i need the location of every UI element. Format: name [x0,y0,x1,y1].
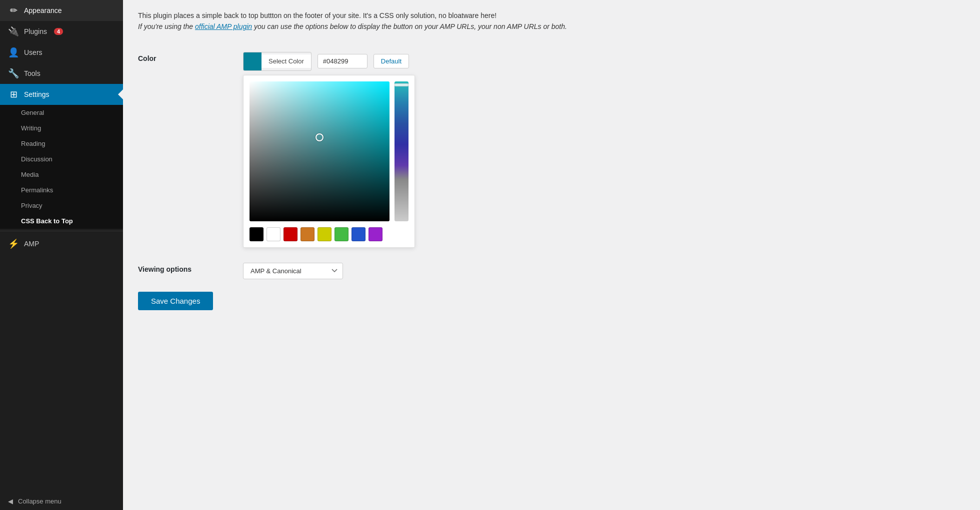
sidebar-item-label: Plugins [24,27,47,35]
color-select-button[interactable]: Select Color [243,52,312,71]
swatch-yellow[interactable] [318,227,332,241]
swatch-red[interactable] [284,227,298,241]
users-icon: 👤 [8,47,19,58]
main-content: This plugin places a simple back to top … [123,0,980,510]
swatch-orange[interactable] [300,227,314,241]
submenu-permalinks[interactable]: Permalinks [0,182,123,198]
swatch-green[interactable] [334,227,348,241]
plugins-icon: 🔌 [8,26,19,37]
color-hex-input[interactable] [318,54,368,68]
sidebar-item-amp[interactable]: ⚡ AMP [0,233,123,254]
collapse-menu-button[interactable]: ◀ Collapse menu [0,493,123,510]
color-swatches-row [250,227,408,241]
submenu-reading[interactable]: Reading [0,136,123,151]
color-gradient-area[interactable] [250,81,390,221]
active-arrow [118,89,123,99]
submenu-media[interactable]: Media [0,167,123,182]
submenu-privacy[interactable]: Privacy [0,198,123,213]
settings-submenu: General Writing Reading Discussion Media… [0,105,123,229]
sidebar-item-label: Appearance [24,6,62,14]
save-changes-button[interactable]: Save Changes [138,292,213,310]
swatch-blue[interactable] [352,227,366,241]
tools-icon: 🔧 [8,68,19,79]
amp-plugin-link[interactable]: official AMP plugin [195,22,252,30]
sidebar-item-users[interactable]: 👤 Users [0,42,123,63]
sidebar-item-label: AMP [24,240,39,248]
settings-icon: ⊞ [8,89,19,100]
select-color-label: Select Color [262,54,311,68]
submenu-writing[interactable]: Writing [0,120,123,136]
swatch-black[interactable] [250,227,264,241]
hue-slider[interactable] [394,81,408,221]
sidebar-item-appearance[interactable]: ✏ Appearance [0,0,123,21]
collapse-label: Collapse menu [18,498,62,505]
swatch-purple[interactable] [368,227,382,241]
sidebar: ✏ Appearance 🔌 Plugins 4 👤 Users 🔧 Tools… [0,0,123,510]
color-row: Color Select Color Default [138,44,965,255]
color-cell: Select Color Default [238,44,965,255]
collapse-icon: ◀ [8,498,13,505]
settings-form: Color Select Color Default [138,44,965,287]
color-default-button[interactable]: Default [374,54,409,68]
appearance-icon: ✏ [8,5,19,16]
swatch-white[interactable] [266,227,280,241]
viewing-options-cell: AMP & Canonical AMP Only Canonical Only [238,255,965,287]
plugins-badge: 4 [54,28,63,35]
color-label: Color [138,44,238,255]
sidebar-item-plugins[interactable]: 🔌 Plugins 4 [0,21,123,42]
color-swatch-preview [244,52,262,70]
submenu-css-back-to-top[interactable]: CSS Back to Top [0,213,123,229]
color-picker-top [250,81,408,221]
sidebar-item-label: Tools [24,69,40,77]
viewing-options-select[interactable]: AMP & Canonical AMP Only Canonical Only [243,263,343,279]
description-text: This plugin places a simple back to top … [138,10,965,32]
submenu-discussion[interactable]: Discussion [0,151,123,167]
sidebar-item-label: Settings [24,90,50,98]
amp-icon: ⚡ [8,238,19,249]
color-field-row: Select Color Default [243,52,960,71]
color-picker-popup [243,75,415,248]
submenu-general[interactable]: General [0,105,123,120]
viewing-options-label: Viewing options [138,255,238,287]
sidebar-item-label: Users [24,48,42,56]
viewing-options-row: Viewing options AMP & Canonical AMP Only… [138,255,965,287]
sidebar-item-settings[interactable]: ⊞ Settings [0,84,123,105]
sidebar-item-tools[interactable]: 🔧 Tools [0,63,123,84]
sidebar-bottom: ◀ Collapse menu [0,493,123,510]
